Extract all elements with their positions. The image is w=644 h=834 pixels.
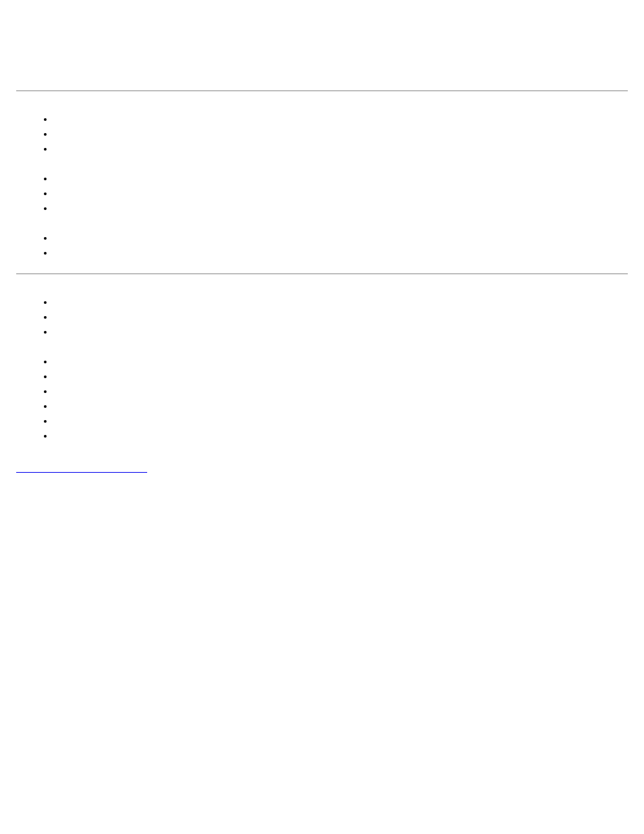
list-item — [54, 126, 628, 141]
list-item — [54, 354, 628, 369]
section-2 — [16, 294, 628, 443]
list-item — [54, 398, 628, 413]
list-item — [54, 111, 628, 126]
list-1b — [16, 171, 628, 215]
list-item — [54, 186, 628, 201]
list-1a — [16, 111, 628, 156]
list-item — [54, 309, 628, 324]
link[interactable] — [16, 463, 147, 473]
list-item — [54, 230, 628, 245]
list-item — [54, 171, 628, 186]
list-2b — [16, 354, 628, 443]
list-item — [54, 384, 628, 398]
list-1c — [16, 230, 628, 260]
section-1 — [16, 111, 628, 260]
list-item — [54, 245, 628, 260]
divider-2 — [16, 273, 628, 274]
list-item — [54, 369, 628, 384]
list-item — [54, 294, 628, 309]
list-2a — [16, 294, 628, 339]
list-item — [54, 201, 628, 215]
list-item — [54, 324, 628, 339]
list-item — [54, 428, 628, 443]
list-item — [54, 141, 628, 156]
divider-1 — [16, 90, 628, 91]
link-container — [16, 463, 628, 475]
list-item — [54, 413, 628, 428]
